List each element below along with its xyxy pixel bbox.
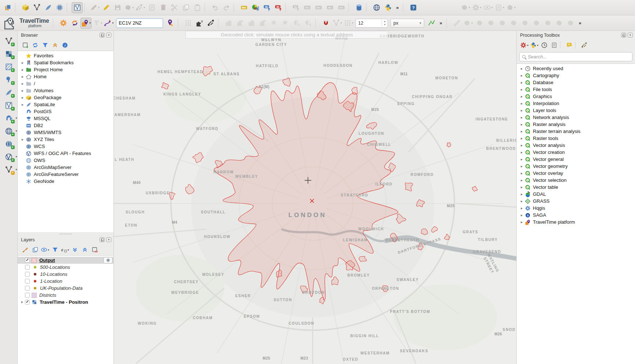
expander-icon[interactable]: ▸ [519, 80, 524, 84]
expander-icon[interactable]: ▸ [519, 213, 524, 217]
digitize-with-curve-button[interactable]: ▾ [123, 2, 134, 13]
toolbox-options-button[interactable] [580, 41, 589, 50]
toolbar-overflow-2-button[interactable]: » [437, 18, 444, 29]
browser-item-mssql[interactable]: MSSQL [18, 115, 113, 122]
move-label-button[interactable] [290, 2, 301, 13]
toolbox-group-vector-table[interactable]: ▸ Vector table [517, 184, 635, 191]
annotation-circle-button[interactable]: ▾ [471, 2, 482, 13]
collapse-all-layers-button[interactable] [80, 245, 89, 254]
fill-ring-button[interactable] [531, 18, 542, 29]
add-group-button[interactable] [30, 245, 40, 254]
cad-tools-button[interactable] [451, 18, 462, 29]
current-edits-button[interactable]: ▾ [89, 2, 100, 13]
pin-unpin-labels-button[interactable] [261, 2, 272, 13]
layer-item-districts[interactable]: Districts [18, 292, 113, 299]
rotate-label-button[interactable] [324, 2, 335, 13]
processing-output-indicator-button[interactable] [104, 257, 112, 263]
undo-button[interactable] [209, 2, 220, 13]
edit-features-in-place-button[interactable] [564, 41, 574, 50]
increase-contrast-button[interactable] [291, 18, 302, 29]
toolbox-group-raster-terrain-analysis[interactable]: ▸ Raster terrain analysis [517, 128, 635, 135]
toolbox-group-vector-general[interactable]: ▸ Vector general [517, 156, 635, 163]
geocoded-address-input[interactable] [116, 18, 163, 28]
python-console-button[interactable] [382, 2, 393, 13]
annotation-polygon-button[interactable]: ▾ [505, 2, 516, 13]
toolbar-overflow-3-button[interactable]: » [576, 18, 584, 29]
toolbox-group-cartography[interactable]: ▸ Cartography [517, 72, 635, 79]
expander-icon[interactable]: ▸ [519, 206, 524, 210]
metasearch-button[interactable] [371, 2, 382, 13]
layers-float-button[interactable] [100, 237, 105, 242]
expander-icon[interactable]: ▸ [519, 185, 524, 189]
toolbox-group-graphics[interactable]: ▸ Graphics [517, 93, 635, 100]
stretch-histogram-button[interactable] [223, 18, 234, 29]
browser-item-ows[interactable]: OWS [18, 157, 113, 164]
toolbox-group-recently-used[interactable]: ▸ Recently used [517, 65, 635, 72]
refresh-browser-button[interactable] [30, 41, 40, 50]
toolbox-group-traveltime-platform[interactable]: ▸ TravelTime platform [517, 219, 635, 226]
expander-icon[interactable]: ▸ [519, 136, 524, 140]
toolbox-group-raster-tools[interactable]: ▸ Raster tools [517, 135, 635, 142]
browser-item-project-home[interactable]: ▸ Project Home [18, 66, 113, 73]
add-part-button[interactable] [519, 18, 530, 29]
browser-item-db2[interactable]: DB2 [18, 122, 113, 129]
toolbox-float-button[interactable] [621, 33, 626, 37]
expander-icon[interactable]: ▸ [519, 164, 524, 168]
traveltime-config-button[interactable] [58, 18, 69, 29]
browser-item-geonode[interactable]: GeoNode [18, 178, 113, 185]
expander-icon[interactable]: ▸ [20, 82, 25, 86]
layer-visibility-checkbox[interactable] [25, 300, 30, 304]
open-layer-styling-button[interactable] [21, 245, 30, 254]
browser-item-home[interactable]: ▸ Home [18, 73, 113, 80]
layer-visibility-checkbox[interactable] [25, 258, 30, 263]
toolbox-group-vector-geometry[interactable]: ▸ Vector geometry [517, 163, 635, 170]
stepper-arrows-icon[interactable]: ▲▼ [382, 20, 387, 26]
add-virtual-layer-button[interactable]: * ▾ [3, 164, 15, 175]
delete-selected-button[interactable] [158, 2, 169, 13]
browser-item-postgis[interactable]: PostGIS [18, 108, 113, 115]
layer-item-500-locations[interactable]: 500-Locations [18, 264, 113, 271]
add-wcs-layer-button[interactable]: + [3, 138, 15, 149]
browser-item-wms-wmts[interactable]: WMS/WMTS [18, 129, 113, 136]
browser-item-[interactable]: ▸ / [18, 80, 113, 87]
layer-labeling-options-button[interactable] [238, 2, 249, 13]
new-geopackage-layer-button[interactable] [20, 2, 31, 13]
paste-features-button[interactable] [192, 2, 203, 13]
results-viewer-button[interactable] [549, 41, 559, 50]
change-label-properties-button[interactable] [336, 2, 347, 13]
new-scratch-layer-button[interactable]: + [3, 100, 15, 111]
browser-item-volumes[interactable]: ▸ /Volumes [18, 87, 113, 94]
help-contents-button[interactable] [408, 2, 419, 13]
expander-icon[interactable]: ▸ [20, 68, 25, 72]
browser-item-wcs[interactable]: WCS [18, 143, 113, 150]
enable-tracing-button[interactable] [426, 18, 437, 29]
new-shapefile-layer-button[interactable] [31, 2, 42, 13]
expander-icon[interactable]: ▸ [519, 171, 524, 175]
show-hide-labels-button[interactable] [302, 2, 313, 13]
toolbox-search-input[interactable] [528, 54, 629, 60]
filter-browser-button[interactable] [40, 41, 50, 50]
add-wfs-layer-button[interactable]: + ▾ [3, 151, 15, 162]
open-data-source-manager-button[interactable] [2, 2, 13, 13]
save-layer-edits-button[interactable] [112, 2, 123, 13]
expander-icon[interactable]: ▸ [20, 102, 25, 107]
expander-icon[interactable]: ▸ [519, 115, 524, 119]
decrease-brightness-button[interactable] [280, 18, 291, 29]
rotate-feature-button[interactable] [474, 18, 485, 29]
filter-legend-button[interactable] [50, 245, 59, 254]
expander-icon[interactable]: ▸ [519, 220, 524, 224]
expander-icon[interactable]: ▸ [519, 178, 524, 182]
toolbox-group-interpolation[interactable]: ▸ Interpolation [517, 100, 635, 107]
layer-item-output[interactable]: Output [18, 257, 113, 264]
advanced-digitizing-button[interactable]: ▾ [135, 2, 146, 13]
decrease-contrast-button[interactable] [303, 18, 314, 29]
toolbox-group-vector-selection[interactable]: ▸ Vector selection [517, 177, 635, 184]
add-mesh-layer-button[interactable]: + [3, 61, 15, 72]
add-ring-button[interactable] [508, 18, 519, 29]
toolbox-group-saga[interactable]: ▸ SAGA [517, 212, 635, 219]
annotation-curve-button[interactable]: ▾ [460, 2, 471, 13]
browser-item-geopackage[interactable]: ▸ GeoPackage [18, 94, 113, 101]
browser-item-xyz-tiles[interactable]: ▸ XYZ Tiles [18, 136, 113, 143]
cut-features-button[interactable] [169, 2, 180, 13]
expander-icon[interactable]: ▸ [519, 73, 524, 78]
